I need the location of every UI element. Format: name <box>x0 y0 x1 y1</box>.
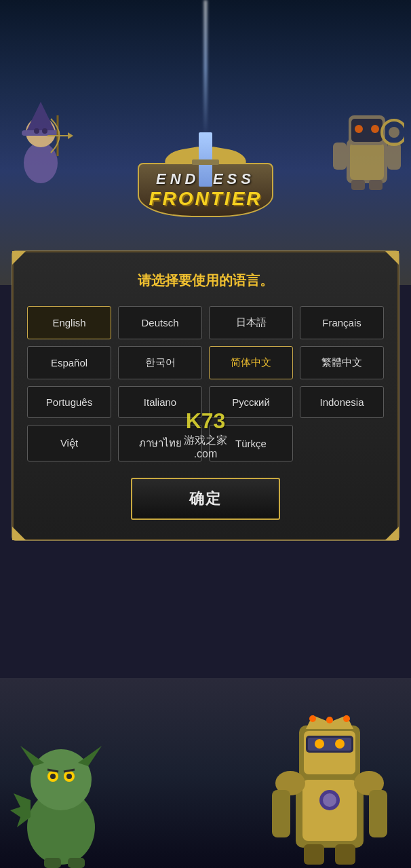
svg-point-3 <box>34 128 39 134</box>
svg-rect-19 <box>369 180 383 190</box>
svg-rect-43 <box>369 790 387 837</box>
lang-btn-japanese[interactable]: 日本語 <box>209 306 293 339</box>
svg-point-39 <box>335 739 345 749</box>
lang-btn-english[interactable]: English <box>27 306 111 339</box>
svg-point-33 <box>323 793 336 807</box>
svg-rect-44 <box>304 844 324 865</box>
character-wizard <box>7 88 75 183</box>
svg-point-13 <box>371 125 379 133</box>
svg-rect-42 <box>272 790 290 837</box>
lang-btn-deutsch[interactable]: Deutsch <box>118 306 202 339</box>
confirm-button[interactable]: 确定 <box>131 478 280 520</box>
svg-rect-9 <box>350 143 384 180</box>
svg-rect-18 <box>351 180 365 190</box>
character-knight <box>330 95 404 190</box>
svg-point-38 <box>315 739 324 749</box>
lang-btn-thai[interactable]: ภาษาไทย <box>118 425 202 461</box>
svg-point-25 <box>66 774 72 779</box>
svg-point-12 <box>355 125 363 133</box>
lang-btn-russian[interactable]: Русский <box>209 386 293 418</box>
lang-btn-francais[interactable]: Français <box>300 306 384 339</box>
svg-marker-7 <box>68 132 73 139</box>
lang-btn-espanol[interactable]: Español <box>27 346 111 379</box>
character-bottom-left <box>0 692 149 868</box>
language-grid: English Deutsch 日本語 Français Español 한국어… <box>27 306 384 418</box>
svg-point-17 <box>389 127 399 138</box>
corner-decoration-bl <box>12 527 26 540</box>
language-dialog: 请选择要使用的语言。 English Deutsch 日本語 Français … <box>12 251 399 540</box>
game-title-line2: FRONTIER <box>149 188 262 210</box>
svg-point-24 <box>50 774 56 779</box>
corner-decoration-tl <box>12 251 26 265</box>
background-top: ENDLESS FRONTIER <box>0 0 411 285</box>
lang-btn-simplified-chinese[interactable]: 简体中文 <box>209 346 293 379</box>
svg-point-0 <box>24 143 58 183</box>
svg-point-46 <box>309 715 316 722</box>
corner-decoration-br <box>385 527 399 540</box>
svg-rect-45 <box>335 844 355 865</box>
lang-btn-portugues[interactable]: Português <box>27 386 111 418</box>
lang-btn-indonesia[interactable]: Indonesia <box>300 386 384 418</box>
svg-rect-15 <box>387 143 401 170</box>
sword-guard <box>192 159 219 165</box>
corner-decoration-tr <box>385 251 399 265</box>
character-bottom-right <box>248 685 411 868</box>
svg-point-47 <box>326 717 333 723</box>
lang-btn-viet[interactable]: Việt <box>27 425 111 461</box>
lightning-effect <box>204 0 207 136</box>
svg-point-21 <box>31 749 92 810</box>
svg-point-4 <box>42 128 47 134</box>
svg-rect-37 <box>308 738 351 751</box>
svg-rect-14 <box>333 143 347 170</box>
language-grid-last: Việt ภาษาไทย Türkçe <box>27 425 384 461</box>
lang-btn-turkce[interactable]: Türkçe <box>209 425 293 461</box>
dialog-title: 请选择要使用的语言。 <box>27 271 384 290</box>
svg-point-48 <box>343 715 350 722</box>
svg-rect-2 <box>22 130 60 136</box>
lang-btn-traditional-chinese[interactable]: 繁體中文 <box>300 346 384 379</box>
svg-rect-29 <box>68 858 85 868</box>
svg-rect-28 <box>44 858 61 868</box>
lang-btn-korean[interactable]: 한국어 <box>118 346 202 379</box>
background-bottom <box>0 678 411 868</box>
lang-btn-italiano[interactable]: Italiano <box>118 386 202 418</box>
